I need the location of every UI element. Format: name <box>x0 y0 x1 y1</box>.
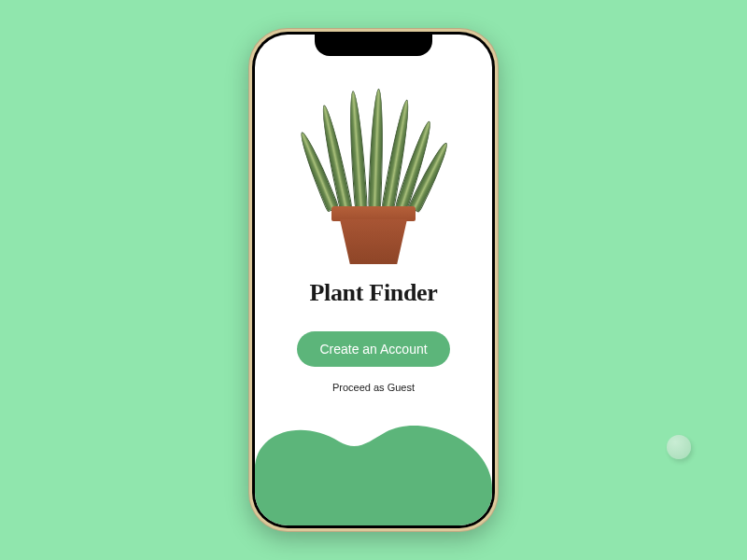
app-title: Plant Finder <box>309 279 437 307</box>
phone-bezel: Plant Finder Create an Account Proceed a… <box>252 32 495 528</box>
app-screen: Plant Finder Create an Account Proceed a… <box>255 35 492 525</box>
decorative-dot <box>667 435 691 459</box>
create-account-button[interactable]: Create an Account <box>297 331 449 367</box>
plant-leaves-icon <box>317 89 430 210</box>
phone-device-frame: Plant Finder Create an Account Proceed a… <box>248 28 499 532</box>
proceed-as-guest-link[interactable]: Proceed as Guest <box>332 382 415 393</box>
hero-plant-illustration <box>308 87 439 264</box>
phone-notch <box>315 32 432 56</box>
plant-pot-icon <box>331 206 416 264</box>
decorative-wave-shape <box>255 413 492 525</box>
